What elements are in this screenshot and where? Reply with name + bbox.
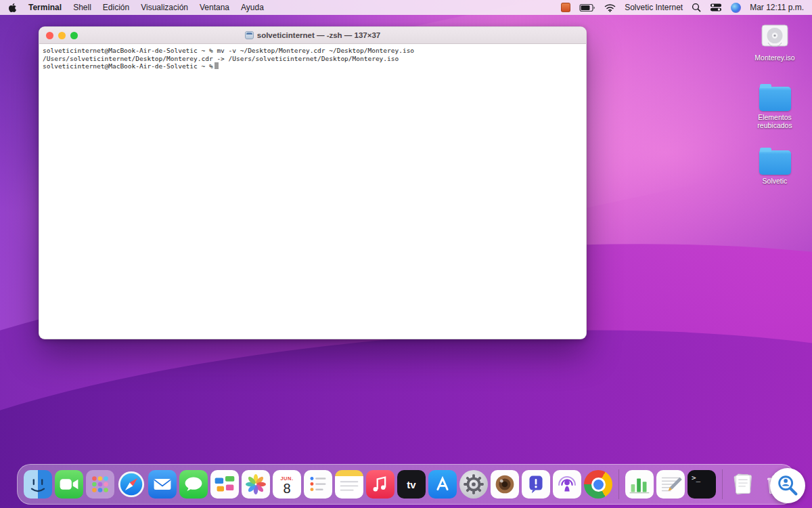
feedback-assistant-icon bbox=[522, 470, 550, 499]
dock-item-app-store[interactable] bbox=[428, 470, 457, 499]
zoom-button[interactable] bbox=[70, 32, 78, 39]
menu-edicion[interactable]: Edición bbox=[103, 3, 129, 12]
menu-clock[interactable]: Mar 12:11 p.m. bbox=[750, 3, 804, 12]
window-title-area: solveticinternet — -zsh — 137×37 bbox=[39, 31, 586, 39]
photos-icon bbox=[242, 470, 270, 499]
launchpad-icon bbox=[86, 470, 114, 499]
finder-icon bbox=[24, 470, 52, 499]
window-controls bbox=[46, 32, 78, 39]
dock-item-calendar[interactable]: JUN. 8 bbox=[273, 470, 301, 499]
control-center-icon[interactable] bbox=[710, 3, 722, 12]
menu-shell[interactable]: Shell bbox=[73, 3, 91, 12]
dock-item-photos[interactable] bbox=[242, 470, 270, 499]
mission-control-icon bbox=[210, 470, 239, 499]
dock-item-notes[interactable] bbox=[335, 470, 363, 499]
wifi-icon[interactable] bbox=[604, 3, 616, 12]
dock-divider bbox=[618, 469, 619, 499]
dock: JUN. 8 tv >_ bbox=[17, 464, 795, 505]
dock-item-chrome[interactable] bbox=[584, 470, 612, 499]
dock-item-safari[interactable] bbox=[117, 470, 145, 499]
recording-indicator-icon[interactable] bbox=[561, 3, 570, 12]
menu-ventana[interactable]: Ventana bbox=[200, 3, 229, 12]
menu-bar: Terminal Shell Edición Visualización Ven… bbox=[0, 0, 812, 15]
spotlight-icon[interactable] bbox=[692, 3, 701, 12]
window-title: solveticinternet — -zsh — 137×37 bbox=[257, 31, 380, 39]
apple-tv-icon: tv bbox=[397, 470, 426, 499]
photo-booth-icon bbox=[491, 470, 519, 499]
dock-item-apple-tv[interactable]: tv bbox=[397, 470, 426, 499]
desktop-icon-solvetic[interactable]: Solvetic bbox=[745, 150, 805, 185]
app-store-icon bbox=[428, 470, 457, 499]
desktop-icon-elementos-reubicados[interactable]: Elementos reubicados bbox=[745, 87, 805, 129]
numbers-icon bbox=[625, 470, 654, 499]
facetime-icon bbox=[55, 470, 83, 499]
desktop-icon-label: Elementos reubicados bbox=[746, 113, 803, 129]
close-button[interactable] bbox=[46, 32, 53, 39]
desktop-icon-label: Monterey.iso bbox=[754, 54, 794, 62]
chrome-icon bbox=[584, 470, 612, 499]
dock-item-mission-control[interactable] bbox=[210, 470, 239, 499]
system-preferences-icon bbox=[459, 470, 488, 499]
dock-item-mail[interactable] bbox=[148, 470, 177, 499]
dock-item-messages[interactable] bbox=[179, 470, 208, 499]
downloads-stack-icon bbox=[729, 470, 757, 499]
solvetic-watermark bbox=[770, 468, 805, 503]
messages-icon bbox=[179, 470, 208, 499]
terminal-line-command: solveticinternet@MacBook-Air-de-Solvetic… bbox=[43, 47, 583, 55]
network-name[interactable]: Solvetic Internet bbox=[625, 3, 683, 12]
terminal-prompt-line: solveticinternet@MacBook-Air-de-Solvetic… bbox=[43, 62, 583, 70]
minimize-button[interactable] bbox=[58, 32, 66, 39]
notes-icon bbox=[335, 470, 363, 499]
dock-item-terminal[interactable]: >_ bbox=[687, 470, 716, 499]
battery-icon[interactable] bbox=[579, 3, 595, 12]
folder-icon bbox=[759, 150, 791, 175]
terminal-window: solveticinternet — -zsh — 137×37 solveti… bbox=[39, 26, 587, 339]
dock-item-podcasts[interactable] bbox=[553, 470, 581, 499]
dock-divider bbox=[722, 469, 723, 499]
terminal-titlebar[interactable]: solveticinternet — -zsh — 137×37 bbox=[39, 27, 586, 44]
dock-item-finder[interactable] bbox=[24, 470, 52, 499]
desktop-icon-monterey-iso[interactable]: Monterey.iso bbox=[745, 20, 805, 62]
textedit-icon bbox=[656, 470, 685, 499]
terminal-content[interactable]: solveticinternet@MacBook-Air-de-Solvetic… bbox=[39, 44, 586, 339]
dock-item-facetime[interactable] bbox=[55, 470, 83, 499]
menu-app-name[interactable]: Terminal bbox=[28, 3, 62, 12]
terminal-proxy-icon bbox=[245, 31, 254, 39]
dock-item-numbers[interactable] bbox=[625, 470, 654, 499]
folder-icon bbox=[759, 87, 791, 111]
apple-tv-label: tv bbox=[407, 479, 415, 490]
reminders-icon bbox=[304, 470, 332, 499]
dock-item-downloads[interactable] bbox=[729, 470, 757, 499]
siri-icon[interactable] bbox=[731, 3, 741, 13]
disk-image-icon bbox=[759, 20, 791, 51]
mail-icon bbox=[148, 470, 177, 499]
dock-item-launchpad[interactable] bbox=[86, 470, 114, 499]
dock-item-music[interactable] bbox=[366, 470, 394, 499]
dock-item-photo-booth[interactable] bbox=[491, 470, 519, 499]
safari-icon bbox=[117, 470, 145, 499]
dock-item-textedit[interactable] bbox=[656, 470, 685, 499]
calendar-icon: JUN. 8 bbox=[273, 470, 301, 499]
dock-item-reminders[interactable] bbox=[304, 470, 332, 499]
menu-ayuda[interactable]: Ayuda bbox=[241, 3, 264, 12]
terminal-cursor bbox=[215, 62, 219, 69]
terminal-line-output: /Users/solveticinternet/Desktop/Monterey… bbox=[43, 55, 583, 63]
terminal-glyph: >_ bbox=[692, 473, 700, 482]
calendar-day-label: 8 bbox=[283, 482, 290, 495]
terminal-prompt: solveticinternet@MacBook-Air-de-Solvetic… bbox=[43, 62, 213, 70]
dock-item-feedback-assistant[interactable] bbox=[522, 470, 550, 499]
menu-visualizacion[interactable]: Visualización bbox=[141, 3, 188, 12]
podcasts-icon bbox=[553, 470, 581, 499]
menu-bar-status: Solvetic Internet Mar 12:11 p.m. bbox=[561, 3, 804, 13]
menu-bar-left: Terminal Shell Edición Visualización Ven… bbox=[8, 3, 264, 13]
music-icon bbox=[366, 470, 394, 499]
dock-item-system-preferences[interactable] bbox=[459, 470, 488, 499]
apple-menu-icon[interactable] bbox=[8, 3, 17, 13]
terminal-dock-icon: >_ bbox=[687, 470, 716, 499]
desktop-icon-label: Solvetic bbox=[763, 177, 788, 185]
